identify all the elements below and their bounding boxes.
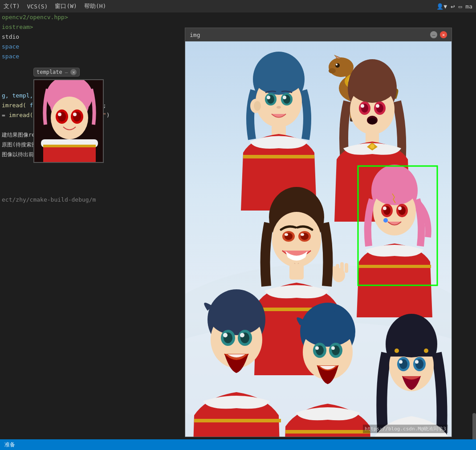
svg-point-46 bbox=[254, 101, 261, 111]
template-tooltip: template – × bbox=[33, 68, 80, 77]
window-minimize-btn[interactable]: – bbox=[430, 31, 437, 38]
svg-rect-84 bbox=[340, 262, 344, 273]
svg-point-123 bbox=[424, 349, 428, 353]
template-svg bbox=[34, 80, 104, 163]
svg-point-70 bbox=[398, 207, 402, 210]
window-controls: – × bbox=[430, 31, 447, 38]
status-text: 准备 bbox=[4, 441, 15, 449]
svg-point-89 bbox=[209, 298, 264, 335]
img-content-area: https://blog.csdn.M@晓洧同学3 bbox=[185, 41, 452, 437]
svg-point-122 bbox=[395, 349, 399, 353]
svg-point-99 bbox=[301, 311, 354, 347]
svg-point-44 bbox=[277, 106, 281, 109]
window-close-btn[interactable]: × bbox=[440, 31, 447, 38]
svg-point-94 bbox=[223, 333, 228, 337]
img-window: img – × bbox=[185, 28, 452, 437]
code-gap bbox=[0, 159, 185, 195]
svg-rect-96 bbox=[194, 419, 281, 422]
svg-point-9 bbox=[58, 113, 61, 116]
template-label: template bbox=[37, 69, 62, 75]
code-path: ect/zhy/cmake-build-debug/m bbox=[0, 195, 185, 205]
svg-point-42 bbox=[267, 96, 270, 99]
svg-point-19 bbox=[329, 57, 354, 77]
svg-rect-80 bbox=[289, 264, 304, 280]
scrollbar[interactable] bbox=[471, 12, 476, 450]
svg-point-59 bbox=[368, 118, 377, 124]
menu-file[interactable]: 文(T) bbox=[4, 2, 20, 10]
menu-help[interactable]: 帮助(H) bbox=[84, 2, 106, 10]
svg-rect-13 bbox=[43, 145, 96, 147]
svg-point-69 bbox=[383, 207, 386, 210]
svg-point-105 bbox=[331, 346, 335, 350]
anime-illustration bbox=[185, 41, 452, 437]
code-line-5: space bbox=[0, 52, 185, 61]
code-line-3: stdio bbox=[0, 32, 185, 42]
svg-point-24 bbox=[329, 68, 336, 73]
svg-point-23 bbox=[336, 64, 338, 65]
svg-point-120 bbox=[399, 360, 403, 364]
watermark: https://blog.csdn.M@晓洧同学3 bbox=[363, 425, 448, 433]
svg-point-104 bbox=[315, 346, 319, 350]
anime-scene bbox=[185, 41, 452, 437]
svg-rect-86 bbox=[333, 266, 336, 274]
tooltip-close-btn[interactable]: × bbox=[70, 69, 77, 75]
svg-point-127 bbox=[383, 218, 388, 223]
img-window-titlebar: img – × bbox=[185, 28, 452, 41]
svg-point-61 bbox=[370, 144, 374, 149]
svg-point-56 bbox=[361, 104, 364, 108]
svg-rect-71 bbox=[359, 265, 431, 268]
svg-rect-106 bbox=[285, 430, 370, 434]
svg-point-57 bbox=[376, 104, 379, 108]
code-line-1: opencv2/opencv.hpp> bbox=[0, 12, 185, 22]
svg-point-79 bbox=[301, 233, 304, 236]
top-right-area: 👤▼ ↩ ▭ ma bbox=[436, 0, 476, 12]
svg-point-43 bbox=[283, 96, 286, 99]
svg-point-22 bbox=[335, 63, 340, 68]
img-window-title: img bbox=[190, 32, 200, 38]
back-icon[interactable]: ↩ bbox=[451, 2, 455, 11]
menu-bar: 文(T) VCS(S) 窗口(W) 帮助(H) bbox=[0, 0, 476, 12]
template-preview-image bbox=[33, 79, 104, 163]
svg-rect-83 bbox=[336, 264, 339, 274]
menu-window[interactable]: 窗口(W) bbox=[55, 2, 77, 10]
svg-point-121 bbox=[415, 360, 419, 364]
code-line-2: iostream> bbox=[0, 22, 185, 32]
status-bar: 准备 bbox=[0, 439, 476, 450]
svg-rect-85 bbox=[345, 263, 348, 273]
tooltip-minimize[interactable]: – bbox=[65, 69, 68, 75]
svg-point-95 bbox=[240, 333, 244, 337]
user-menu-icon[interactable]: 👤▼ bbox=[436, 3, 447, 10]
maximize-icon[interactable]: ▭ ma bbox=[459, 3, 472, 10]
svg-point-10 bbox=[73, 113, 77, 116]
svg-rect-48 bbox=[243, 155, 314, 158]
svg-point-78 bbox=[285, 233, 288, 236]
code-line-4: space bbox=[0, 42, 185, 52]
menu-vcs[interactable]: VCS(S) bbox=[27, 3, 48, 10]
code-editor: opencv2/opencv.hpp> iostream> stdio spac… bbox=[0, 12, 185, 450]
